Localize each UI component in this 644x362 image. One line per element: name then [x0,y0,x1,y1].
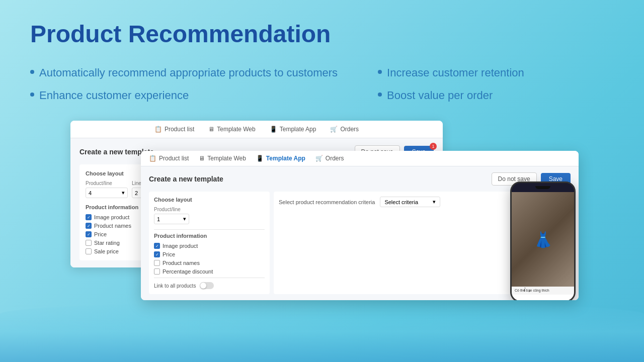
front-cb-item-percentage: Percentage discount [154,268,265,275]
front-divider [154,229,265,230]
front-template-web-icon: 🖥 [199,155,205,162]
bullet-columns: Automatically recommend appropriate prod… [30,66,614,103]
front-content: Create a new template Do not save Save C… [141,166,579,300]
front-right-panel: Select product recommendation criteria S… [274,192,571,294]
product-list-icon: 📋 [154,126,162,133]
front-divider-2 [154,278,265,278]
front-product-line-select[interactable]: 1 ▾ [154,214,189,224]
bullet-col-left: Automatically recommend appropriate prod… [30,66,338,103]
front-nav-template-app[interactable]: 📱 Template App [256,155,305,162]
front-product-list-icon: 📋 [149,155,156,162]
front-checkbox-list: Image product Price Product names [154,243,265,275]
bullet-item-3: Increase customer retention [378,66,524,80]
bullet-item-1: Automatically recommend appropriate prod… [30,66,338,80]
bullet-dot-2 [30,93,34,97]
front-link-label: Link to all products [154,283,196,289]
bullet-col-right: Increase customer retention Boost value … [378,66,524,103]
back-nav-template-web[interactable]: 🖥 Template Web [208,126,255,133]
back-nav-orders[interactable]: 🛒 Orders [330,126,359,133]
back-cb-image-product[interactable] [86,214,92,220]
front-cb-price[interactable] [154,251,160,257]
back-nav-product-list[interactable]: 📋 Product list [154,126,194,133]
phone-screen: 👗 Có thể bạn cũng thích ― ● ◁ [512,192,574,300]
front-template-title: Create a new template [149,175,223,183]
back-nav-template-app[interactable]: 📱 Template App [270,126,316,133]
front-cb-percentage[interactable] [154,268,160,275]
back-navbar: 📋 Product list 🖥 Template Web 📱 Template… [70,121,443,138]
template-web-icon: 🖥 [208,126,214,133]
back-product-line-field: Product/line 4 ▾ [86,180,128,198]
front-template-header: Create a new template Do not save Save [149,172,571,186]
back-product-line-select[interactable]: 4 ▾ [86,188,128,198]
front-product-line-field: Product/line 1 ▾ [154,207,265,224]
phone-image-area: 👗 [512,192,574,287]
front-cb-item-image: Image product [154,243,265,249]
bullet-item-4: Boost value per order [378,88,524,103]
bullet-dot-1 [30,70,34,74]
phone-mockup: 👗 Có thể bạn cũng thích ― ● ◁ [510,182,576,300]
front-left-panel: Choose layout Product/line 1 ▾ Product i… [149,192,270,294]
save-badge: 1 [430,143,437,150]
page-title: Product Recommendation [30,20,614,48]
phone-top-bar [512,183,574,192]
back-cb-product-names[interactable] [86,223,92,229]
front-toggle-knob [200,283,206,289]
front-cb-image[interactable] [154,243,160,249]
front-two-col: Choose layout Product/line 1 ▾ Product i… [149,192,571,294]
front-navbar: 📋 Product list 🖥 Template Web 📱 Template… [141,151,579,166]
front-orders-icon: 🛒 [315,155,323,162]
bullet-item-2: Enhance customer experience [30,88,338,103]
phone-recommendation-text: Có thể bạn cũng thích [515,289,571,293]
phone-product-image-icon: 👗 [534,231,552,248]
back-cb-sale-price[interactable] [86,248,92,254]
front-cb-item-price: Price [154,251,265,257]
phone-bottom-card: Có thể bạn cũng thích [512,287,574,295]
bullet-dot-4 [378,93,382,97]
screenshot-front: 📋 Product list 🖥 Template Web 📱 Template… [141,151,579,300]
back-product-line-label: Product/line [86,180,128,186]
front-chevron-down-icon: ▾ [183,216,186,222]
front-cb-product-names[interactable] [154,260,160,266]
front-cb-item-product-names: Product names [154,260,265,266]
bullet-dot-3 [378,70,382,74]
phone-bottom-bar: ― ● ◁ [512,295,574,300]
front-product-line-label: Product/line [154,207,265,212]
front-chevron-down-icon-2: ▾ [433,199,436,205]
front-product-info-label: Product information [154,233,265,239]
back-cb-star-rating[interactable] [86,240,92,246]
chevron-down-icon: ▾ [122,190,125,196]
front-link-row: Link to all products [154,282,265,289]
template-app-icon: 📱 [270,126,277,133]
screenshots-container: 📋 Product list 🖥 Template Web 📱 Template… [70,121,614,312]
phone-notch [535,186,550,189]
front-choose-layout-label: Choose layout [154,197,265,203]
front-template-app-icon: 📱 [256,155,264,162]
front-criteria-label: Select product recommendation criteria [279,199,375,205]
back-cb-price[interactable] [86,231,92,237]
front-nav-product-list[interactable]: 📋 Product list [149,155,189,162]
front-criteria-select[interactable]: Select criteria ▾ [380,197,440,207]
front-toggle[interactable] [200,282,214,289]
front-nav-template-web[interactable]: 🖥 Template Web [199,155,246,162]
orders-icon: 🛒 [330,126,338,133]
front-nav-orders[interactable]: 🛒 Orders [315,155,344,162]
